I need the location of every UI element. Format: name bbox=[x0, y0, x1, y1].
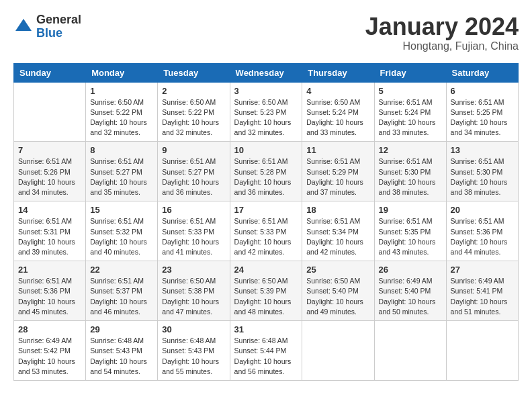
day-header-saturday: Saturday bbox=[446, 63, 518, 82]
calendar-cell: 13Sunrise: 6:51 AM Sunset: 5:30 PM Dayli… bbox=[446, 142, 518, 201]
calendar-cell: 20Sunrise: 6:51 AM Sunset: 5:36 PM Dayli… bbox=[446, 201, 518, 261]
calendar-cell bbox=[14, 82, 86, 142]
day-info: Sunrise: 6:50 AM Sunset: 5:39 PM Dayligh… bbox=[234, 276, 298, 317]
day-info: Sunrise: 6:51 AM Sunset: 5:35 PM Dayligh… bbox=[379, 216, 442, 257]
calendar-cell: 16Sunrise: 6:51 AM Sunset: 5:33 PM Dayli… bbox=[158, 201, 230, 261]
day-info: Sunrise: 6:51 AM Sunset: 5:30 PM Dayligh… bbox=[379, 156, 442, 197]
day-info: Sunrise: 6:51 AM Sunset: 5:36 PM Dayligh… bbox=[18, 276, 81, 317]
calendar-cell: 24Sunrise: 6:50 AM Sunset: 5:39 PM Dayli… bbox=[230, 261, 302, 321]
title-block: January 2024 Hongtang, Fujian, China bbox=[365, 13, 519, 52]
calendar-cell: 31Sunrise: 6:48 AM Sunset: 5:44 PM Dayli… bbox=[230, 321, 302, 381]
day-info: Sunrise: 6:51 AM Sunset: 5:24 PM Dayligh… bbox=[379, 97, 442, 138]
day-info: Sunrise: 6:51 AM Sunset: 5:27 PM Dayligh… bbox=[162, 156, 225, 197]
calendar-cell: 23Sunrise: 6:50 AM Sunset: 5:38 PM Dayli… bbox=[158, 261, 230, 321]
day-info: Sunrise: 6:48 AM Sunset: 5:43 PM Dayligh… bbox=[162, 336, 225, 377]
day-number: 4 bbox=[306, 86, 369, 96]
week-row-1: 1Sunrise: 6:50 AM Sunset: 5:22 PM Daylig… bbox=[14, 82, 519, 142]
day-info: Sunrise: 6:51 AM Sunset: 5:37 PM Dayligh… bbox=[90, 276, 153, 317]
svg-rect-1 bbox=[21, 28, 27, 31]
day-number: 13 bbox=[451, 145, 514, 155]
calendar-table: SundayMondayTuesdayWednesdayThursdayFrid… bbox=[13, 63, 519, 381]
day-number: 1 bbox=[90, 86, 153, 96]
week-row-2: 7Sunrise: 6:51 AM Sunset: 5:26 PM Daylig… bbox=[14, 142, 519, 201]
calendar-cell: 15Sunrise: 6:51 AM Sunset: 5:32 PM Dayli… bbox=[86, 201, 158, 261]
day-number: 26 bbox=[379, 265, 442, 275]
day-number: 27 bbox=[451, 265, 514, 275]
day-info: Sunrise: 6:51 AM Sunset: 5:31 PM Dayligh… bbox=[18, 216, 81, 257]
day-info: Sunrise: 6:51 AM Sunset: 5:33 PM Dayligh… bbox=[234, 216, 298, 257]
day-info: Sunrise: 6:51 AM Sunset: 5:30 PM Dayligh… bbox=[451, 156, 514, 197]
calendar-cell: 25Sunrise: 6:50 AM Sunset: 5:40 PM Dayli… bbox=[302, 261, 374, 321]
day-info: Sunrise: 6:50 AM Sunset: 5:38 PM Dayligh… bbox=[162, 276, 225, 317]
calendar-cell: 4Sunrise: 6:50 AM Sunset: 5:24 PM Daylig… bbox=[302, 82, 374, 142]
day-number: 28 bbox=[18, 324, 81, 334]
calendar-cell bbox=[302, 321, 374, 381]
day-number: 21 bbox=[18, 265, 81, 275]
calendar-cell: 14Sunrise: 6:51 AM Sunset: 5:31 PM Dayli… bbox=[14, 201, 86, 261]
calendar-cell: 27Sunrise: 6:49 AM Sunset: 5:41 PM Dayli… bbox=[446, 261, 518, 321]
day-info: Sunrise: 6:51 AM Sunset: 5:33 PM Dayligh… bbox=[162, 216, 225, 257]
day-number: 19 bbox=[379, 205, 442, 215]
day-number: 20 bbox=[451, 205, 514, 215]
day-info: Sunrise: 6:49 AM Sunset: 5:42 PM Dayligh… bbox=[18, 336, 81, 377]
days-header-row: SundayMondayTuesdayWednesdayThursdayFrid… bbox=[14, 63, 519, 82]
calendar-cell: 21Sunrise: 6:51 AM Sunset: 5:36 PM Dayli… bbox=[14, 261, 86, 321]
day-number: 3 bbox=[234, 86, 298, 96]
month-title: January 2024 bbox=[365, 13, 519, 40]
day-number: 31 bbox=[234, 324, 298, 334]
day-number: 5 bbox=[379, 86, 442, 96]
day-info: Sunrise: 6:51 AM Sunset: 5:36 PM Dayligh… bbox=[451, 216, 514, 257]
day-number: 22 bbox=[90, 265, 153, 275]
day-number: 6 bbox=[451, 86, 514, 96]
calendar-cell: 17Sunrise: 6:51 AM Sunset: 5:33 PM Dayli… bbox=[230, 201, 302, 261]
calendar-cell: 30Sunrise: 6:48 AM Sunset: 5:43 PM Dayli… bbox=[158, 321, 230, 381]
day-number: 2 bbox=[162, 86, 225, 96]
calendar-cell: 12Sunrise: 6:51 AM Sunset: 5:30 PM Dayli… bbox=[374, 142, 446, 201]
calendar-cell: 8Sunrise: 6:51 AM Sunset: 5:27 PM Daylig… bbox=[86, 142, 158, 201]
day-info: Sunrise: 6:50 AM Sunset: 5:22 PM Dayligh… bbox=[90, 97, 153, 138]
calendar-cell bbox=[374, 321, 446, 381]
logo-general-text: General bbox=[36, 13, 81, 27]
calendar-cell bbox=[446, 321, 518, 381]
day-info: Sunrise: 6:51 AM Sunset: 5:29 PM Dayligh… bbox=[306, 156, 369, 197]
calendar-cell: 3Sunrise: 6:50 AM Sunset: 5:23 PM Daylig… bbox=[230, 82, 302, 142]
calendar-cell: 11Sunrise: 6:51 AM Sunset: 5:29 PM Dayli… bbox=[302, 142, 374, 201]
day-number: 17 bbox=[234, 205, 298, 215]
day-info: Sunrise: 6:50 AM Sunset: 5:24 PM Dayligh… bbox=[306, 97, 369, 138]
day-header-monday: Monday bbox=[86, 63, 158, 82]
calendar-cell: 18Sunrise: 6:51 AM Sunset: 5:34 PM Dayli… bbox=[302, 201, 374, 261]
week-row-4: 21Sunrise: 6:51 AM Sunset: 5:36 PM Dayli… bbox=[14, 261, 519, 321]
day-number: 16 bbox=[162, 205, 225, 215]
calendar-cell: 22Sunrise: 6:51 AM Sunset: 5:37 PM Dayli… bbox=[86, 261, 158, 321]
day-number: 12 bbox=[379, 145, 442, 155]
day-number: 8 bbox=[90, 145, 153, 155]
week-row-3: 14Sunrise: 6:51 AM Sunset: 5:31 PM Dayli… bbox=[14, 201, 519, 261]
day-number: 10 bbox=[234, 145, 298, 155]
day-number: 15 bbox=[90, 205, 153, 215]
day-number: 9 bbox=[162, 145, 225, 155]
day-number: 29 bbox=[90, 324, 153, 334]
logo: General Blue bbox=[13, 13, 81, 40]
day-info: Sunrise: 6:50 AM Sunset: 5:40 PM Dayligh… bbox=[306, 276, 369, 317]
day-info: Sunrise: 6:49 AM Sunset: 5:41 PM Dayligh… bbox=[451, 276, 514, 317]
calendar-cell: 7Sunrise: 6:51 AM Sunset: 5:26 PM Daylig… bbox=[14, 142, 86, 201]
calendar-cell: 1Sunrise: 6:50 AM Sunset: 5:22 PM Daylig… bbox=[86, 82, 158, 142]
day-info: Sunrise: 6:48 AM Sunset: 5:43 PM Dayligh… bbox=[90, 336, 153, 377]
day-info: Sunrise: 6:48 AM Sunset: 5:44 PM Dayligh… bbox=[234, 336, 298, 377]
day-header-thursday: Thursday bbox=[302, 63, 374, 82]
calendar-cell: 28Sunrise: 6:49 AM Sunset: 5:42 PM Dayli… bbox=[14, 321, 86, 381]
day-header-wednesday: Wednesday bbox=[230, 63, 302, 82]
calendar-cell: 10Sunrise: 6:51 AM Sunset: 5:28 PM Dayli… bbox=[230, 142, 302, 201]
calendar-cell: 5Sunrise: 6:51 AM Sunset: 5:24 PM Daylig… bbox=[374, 82, 446, 142]
day-number: 23 bbox=[162, 265, 225, 275]
day-info: Sunrise: 6:50 AM Sunset: 5:23 PM Dayligh… bbox=[234, 97, 298, 138]
calendar-cell: 9Sunrise: 6:51 AM Sunset: 5:27 PM Daylig… bbox=[158, 142, 230, 201]
calendar-cell: 2Sunrise: 6:50 AM Sunset: 5:22 PM Daylig… bbox=[158, 82, 230, 142]
day-number: 18 bbox=[306, 205, 369, 215]
day-header-friday: Friday bbox=[374, 63, 446, 82]
day-number: 14 bbox=[18, 205, 81, 215]
calendar-cell: 29Sunrise: 6:48 AM Sunset: 5:43 PM Dayli… bbox=[86, 321, 158, 381]
day-header-tuesday: Tuesday bbox=[158, 63, 230, 82]
day-number: 25 bbox=[306, 265, 369, 275]
week-row-5: 28Sunrise: 6:49 AM Sunset: 5:42 PM Dayli… bbox=[14, 321, 519, 381]
